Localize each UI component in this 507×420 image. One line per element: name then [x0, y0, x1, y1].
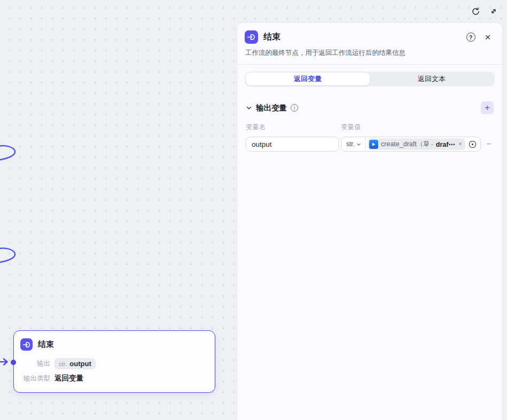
node-output-type-value: 返回变量	[54, 374, 83, 383]
canvas-toolbar	[469, 4, 501, 18]
return-mode-tabs: 返回变量 返回文本	[245, 72, 495, 86]
remove-row-button[interactable]: −	[484, 139, 494, 149]
panel-subtitle: 工作流的最终节点，用于返回工作流运行后的结果信息	[245, 49, 493, 58]
info-icon: i	[291, 104, 298, 112]
type-select-value: str.	[346, 140, 355, 148]
node-output-label: 输出	[20, 359, 50, 368]
node-output-row: 输出 str. output	[20, 358, 206, 369]
node-output-tag: str. output	[54, 358, 96, 369]
reference-separator: -	[431, 140, 433, 148]
header-divider	[237, 64, 502, 65]
tab-return-variables[interactable]: 返回变量	[246, 73, 370, 85]
tab-return-text[interactable]: 返回文本	[370, 73, 494, 85]
panel-title: 结束	[263, 31, 459, 43]
end-node-title: 结束	[38, 339, 54, 350]
column-headers: 变量名 变量值	[246, 123, 494, 132]
column-header-value: 变量值	[341, 123, 361, 132]
add-variable-button[interactable]: +	[481, 101, 494, 114]
refresh-icon[interactable]	[469, 4, 482, 18]
node-output-type: str.	[59, 361, 67, 367]
column-header-name: 变量名	[246, 123, 341, 132]
plugin-icon	[369, 140, 378, 149]
section-title: 输出变量	[256, 103, 287, 113]
variable-value-control: str. create_draft（草稿） - draf⋯ ×	[341, 137, 481, 152]
end-node-header: 结束	[20, 338, 206, 351]
variable-name-input[interactable]	[246, 137, 339, 152]
chevron-down-icon	[356, 142, 361, 147]
expand-icon[interactable]	[487, 4, 501, 18]
edge-curve-top	[0, 146, 15, 160]
node-output-value: output	[69, 360, 91, 368]
end-node-icon	[245, 30, 258, 44]
close-icon[interactable]: ×	[482, 31, 494, 43]
end-node-icon	[20, 338, 33, 351]
reference-field-name: draf⋯	[436, 140, 455, 148]
incoming-arrowhead-icon	[4, 359, 7, 365]
node-output-type-row: 输出类型 返回变量	[20, 374, 206, 383]
locate-node-icon[interactable]	[468, 140, 477, 149]
node-output-type-label: 输出类型	[20, 374, 50, 383]
output-variables-section: 输出变量 i + 变量名 变量值 str. create_draft（草稿）	[237, 86, 502, 152]
variable-row: str. create_draft（草稿） - draf⋯ ×	[246, 137, 494, 152]
chevron-down-icon[interactable]	[246, 105, 252, 111]
edge-curve-bottom	[0, 248, 15, 263]
variable-reference-tag[interactable]: create_draft（草稿） - draf⋯ ×	[368, 138, 465, 150]
input-port[interactable]	[11, 360, 16, 365]
remove-reference-icon[interactable]: ×	[458, 140, 462, 148]
help-icon[interactable]: ?	[465, 31, 477, 43]
panel-header: 结束 ? × 工作流的最终节点，用于返回工作流运行后的结果信息	[237, 23, 502, 64]
end-node-config-panel: 结束 ? × 工作流的最终节点，用于返回工作流运行后的结果信息 返回变量 返回文…	[237, 22, 503, 420]
type-select[interactable]: str.	[341, 137, 365, 151]
end-node[interactable]: 结束 输出 str. output 输出类型 返回变量	[13, 330, 215, 393]
reference-node-name: create_draft（草稿）	[381, 140, 428, 149]
